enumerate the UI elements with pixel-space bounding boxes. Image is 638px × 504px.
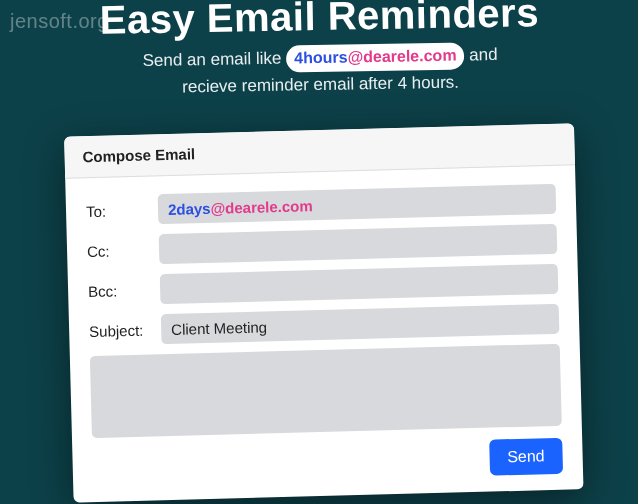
panel-body: To: 2days@dearele.com Cc: Bcc: Subject: …	[65, 165, 583, 502]
row-subject: Subject: Client Meeting	[89, 303, 560, 345]
body-field[interactable]	[90, 343, 562, 437]
label-subject: Subject:	[89, 320, 151, 339]
row-cc: Cc:	[87, 223, 558, 265]
to-time: 2days	[168, 199, 211, 217]
pill-time: 4hours	[294, 49, 348, 67]
label-cc: Cc:	[87, 240, 149, 259]
panel-footer: Send	[92, 437, 563, 485]
compose-panel: Compose Email To: 2days@dearele.com Cc: …	[64, 123, 583, 502]
subtitle-post: and	[469, 45, 498, 64]
example-email-pill: 4hours@dearele.com	[286, 42, 465, 72]
label-to: To:	[86, 201, 148, 220]
hero-subtitle: Send an email like 4hours@dearele.com an…	[1, 39, 638, 103]
send-button[interactable]: Send	[489, 437, 563, 475]
subtitle-pre: Send an email like	[142, 49, 286, 71]
bcc-field[interactable]	[160, 263, 559, 303]
subtitle-line2: recieve reminder email after 4 hours.	[182, 73, 459, 97]
pill-domain: @dearele.com	[347, 47, 456, 66]
subject-field[interactable]: Client Meeting	[161, 303, 560, 343]
row-to: To: 2days@dearele.com	[86, 183, 557, 225]
row-bcc: Bcc:	[88, 263, 559, 305]
row-body	[90, 343, 562, 437]
label-bcc: Bcc:	[88, 280, 150, 299]
page-title: Easy Email Reminders	[0, 0, 638, 45]
panel-wrap: Compose Email To: 2days@dearele.com Cc: …	[0, 130, 638, 496]
to-field[interactable]: 2days@dearele.com	[158, 183, 557, 223]
cc-field[interactable]	[159, 223, 558, 263]
to-domain: @dearele.com	[210, 196, 313, 216]
hero: Easy Email Reminders Send an email like …	[0, 0, 638, 103]
